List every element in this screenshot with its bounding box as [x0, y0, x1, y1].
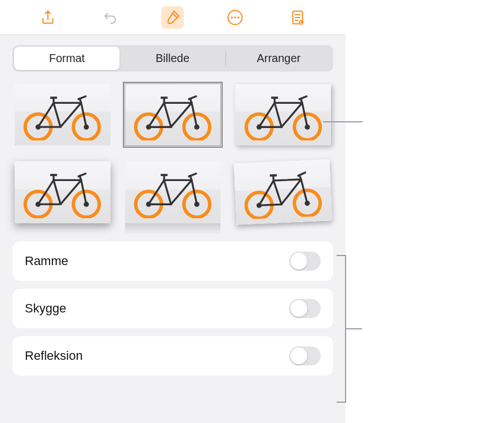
toggle-label-shadow: Skygge	[25, 301, 66, 316]
tab-image[interactable]: Billede	[120, 47, 225, 70]
tab-format[interactable]: Format	[14, 47, 120, 70]
toggle-switch-shadow[interactable]	[289, 299, 321, 318]
style-tilted[interactable]	[235, 161, 331, 223]
style-shadowed[interactable]	[235, 84, 331, 146]
document-settings-button[interactable]	[286, 6, 309, 29]
share-button[interactable]	[37, 6, 59, 29]
style-big-shadow[interactable]	[15, 161, 110, 223]
tab-arrange[interactable]: Arranger	[226, 47, 331, 70]
toggle-row-reflection: Refleksion	[12, 336, 333, 376]
toggle-switch-reflection[interactable]	[289, 346, 321, 365]
toggle-switch-frame[interactable]	[289, 252, 321, 271]
format-brush-button[interactable]	[161, 6, 184, 29]
format-tabs: Format Billede Arranger	[12, 45, 333, 72]
more-button[interactable]	[224, 6, 246, 29]
toggle-label-reflection: Refleksion	[25, 349, 83, 363]
undo-button[interactable]	[99, 6, 122, 29]
callout-bracket-top	[337, 255, 346, 256]
toggle-label-frame: Ramme	[25, 254, 68, 268]
svg-point-1	[231, 16, 233, 19]
svg-point-3	[237, 16, 240, 19]
callout-bracket-out	[345, 328, 362, 329]
svg-point-8	[299, 20, 303, 24]
style-plain[interactable]	[15, 84, 110, 146]
style-reflect[interactable]	[125, 161, 221, 223]
toggle-row-frame: Ramme	[12, 241, 333, 281]
toggle-row-shadow: Skygge	[12, 289, 333, 328]
svg-point-9	[300, 21, 301, 22]
callout-bracket-bottom	[337, 402, 346, 403]
callout-line-styles	[323, 121, 362, 122]
content-area: Format Billede Arranger	[0, 35, 346, 423]
toggle-list: Ramme Skygge Refleksion	[12, 241, 333, 376]
toolbar	[0, 0, 346, 35]
format-panel: Format Billede Arranger	[0, 0, 346, 423]
svg-point-2	[234, 16, 236, 19]
style-grid	[12, 84, 333, 223]
style-framed[interactable]	[125, 84, 221, 146]
